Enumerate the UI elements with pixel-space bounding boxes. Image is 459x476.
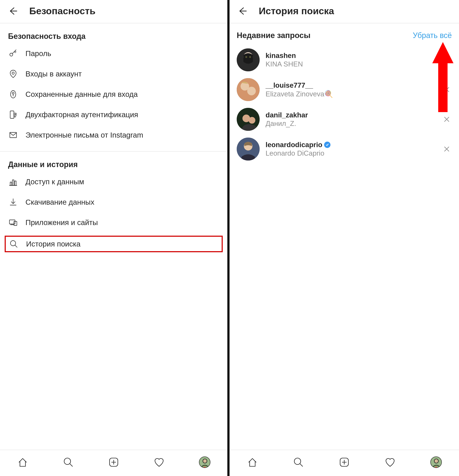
- username: __louise777__: [266, 81, 442, 89]
- keyhole-icon: [8, 89, 18, 99]
- svg-point-28: [294, 458, 301, 465]
- nav-home-icon[interactable]: [246, 456, 259, 468]
- menu-label: Двухфакторная аутентификация: [25, 110, 138, 119]
- menu-item-login-activity[interactable]: Входы в аккаунт: [0, 64, 227, 84]
- svg-point-30: [434, 459, 438, 463]
- menu-label: Приложения и сайты: [25, 218, 98, 227]
- menu-item-download-data[interactable]: Скачивание данных: [0, 192, 227, 212]
- user-info: danil_zakhar Данил_Z.: [266, 111, 442, 128]
- content: Недавние запросы Убрать всё kinashen KIN…: [230, 23, 459, 450]
- svg-point-24: [249, 117, 255, 124]
- search-icon: [9, 239, 19, 249]
- svg-rect-5: [10, 133, 16, 138]
- nav-add-icon[interactable]: [107, 456, 120, 468]
- annotation-red-arrow-icon: [432, 42, 453, 112]
- svg-rect-7: [13, 180, 14, 185]
- menu-item-password[interactable]: Пароль: [0, 43, 227, 64]
- svg-point-17: [246, 56, 247, 58]
- key-icon: [8, 48, 18, 59]
- bottom-nav: [0, 450, 227, 476]
- section-title-login-security: Безопасность входа: [0, 23, 227, 43]
- nav-profile-icon[interactable]: [430, 456, 442, 468]
- svg-point-3: [12, 92, 14, 94]
- nav-add-icon[interactable]: [338, 456, 350, 468]
- menu-item-apps-sites[interactable]: Приложения и сайты: [0, 212, 227, 233]
- shield-phone-icon: [8, 110, 18, 120]
- search-result-row[interactable]: danil_zakhar Данил_Z.: [230, 104, 459, 134]
- avatar: [237, 137, 260, 161]
- nav-search-icon[interactable]: [62, 456, 74, 468]
- menu-item-saved-login[interactable]: Сохраненные данные для входа: [0, 84, 227, 104]
- menu-item-data-access[interactable]: Доступ к данным: [0, 171, 227, 192]
- menu-item-2fa[interactable]: Двухфакторная аутентификация: [0, 104, 227, 125]
- menu-label: Пароль: [25, 49, 51, 58]
- remove-item-button[interactable]: [442, 144, 452, 154]
- section-title-data-history: Данные и история: [0, 152, 227, 171]
- remove-item-button[interactable]: [442, 114, 452, 124]
- chart-icon: [8, 177, 18, 187]
- username: kinashen: [266, 51, 442, 60]
- svg-rect-9: [9, 220, 15, 224]
- display-name: Данил_Z.: [266, 119, 442, 128]
- svg-point-11: [10, 240, 16, 246]
- svg-rect-10: [14, 221, 17, 225]
- recent-header: Недавние запросы Убрать всё: [230, 23, 459, 45]
- search-result-row[interactable]: kinashen KINA SHEN: [230, 45, 459, 75]
- recent-title: Недавние запросы: [237, 31, 311, 40]
- nav-activity-icon[interactable]: [153, 456, 165, 468]
- menu-label: Входы в аккаунт: [25, 70, 82, 78]
- menu-label: Электронные письма от Instagram: [25, 131, 143, 139]
- avatar: [237, 78, 260, 101]
- user-info: __louise777__ Elizaveta Zinoveva🍭: [266, 81, 442, 98]
- display-name: Leonardo DiCaprio: [266, 149, 442, 157]
- display-name: Elizaveta Zinoveva🍭: [266, 90, 442, 98]
- svg-rect-6: [10, 182, 12, 186]
- user-info: leonardodicaprio Leonardo DiCaprio: [266, 141, 442, 157]
- verified-badge-icon: [324, 142, 330, 148]
- header: Безопасность: [0, 0, 227, 23]
- content: Безопасность входа Пароль Входы в аккаун…: [0, 23, 227, 450]
- username: danil_zakhar: [266, 111, 442, 119]
- header: История поиска: [230, 0, 459, 23]
- nav-home-icon[interactable]: [16, 456, 29, 468]
- clear-all-button[interactable]: Убрать всё: [413, 31, 452, 40]
- notification-dot-icon: [435, 467, 437, 468]
- page-title: История поиска: [259, 6, 334, 17]
- svg-rect-4: [10, 111, 14, 119]
- svg-point-12: [64, 458, 70, 465]
- display-name: KINA SHEN: [266, 60, 442, 68]
- search-result-row[interactable]: leonardodicaprio Leonardo DiCaprio: [230, 134, 459, 164]
- menu-item-search-history-highlighted[interactable]: История поиска: [5, 236, 223, 252]
- avatar: [237, 108, 260, 131]
- back-arrow-icon[interactable]: [236, 5, 248, 17]
- nav-search-icon[interactable]: [292, 456, 305, 468]
- menu-label: Скачивание данных: [25, 198, 94, 206]
- mail-icon: [8, 130, 18, 140]
- user-info: kinashen KINA SHEN: [266, 51, 442, 68]
- svg-point-21: [247, 87, 256, 95]
- svg-marker-27: [432, 42, 453, 112]
- search-history-panel: История поиска Недавние запросы Убрать в…: [230, 0, 459, 476]
- svg-point-18: [249, 56, 251, 58]
- menu-label: История поиска: [26, 240, 80, 248]
- nav-activity-icon[interactable]: [384, 456, 396, 468]
- devices-icon: [8, 217, 18, 228]
- location-icon: [8, 69, 18, 79]
- svg-point-1: [12, 72, 14, 74]
- notification-dot-icon: [203, 467, 206, 468]
- security-settings-panel: Безопасность Безопасность входа Пароль В…: [0, 0, 230, 476]
- search-result-row[interactable]: __louise777__ Elizaveta Zinoveva🍭: [230, 75, 459, 104]
- bottom-nav: [230, 450, 459, 476]
- menu-label: Сохраненные данные для входа: [25, 90, 138, 99]
- back-arrow-icon[interactable]: [7, 5, 19, 17]
- download-icon: [8, 197, 18, 207]
- svg-rect-8: [15, 181, 16, 186]
- username: leonardodicaprio: [266, 141, 442, 149]
- menu-item-emails[interactable]: Электронные письма от Instagram: [0, 125, 227, 145]
- nav-profile-icon[interactable]: [198, 456, 211, 468]
- page-title: Безопасность: [29, 6, 95, 17]
- menu-label: Доступ к данным: [25, 178, 84, 186]
- avatar: [237, 48, 260, 71]
- svg-point-14: [203, 459, 207, 463]
